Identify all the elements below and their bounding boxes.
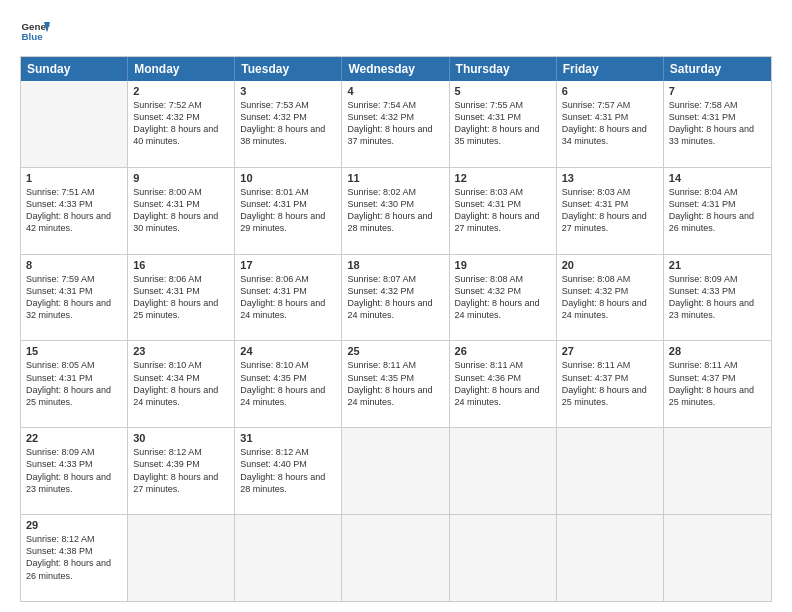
day-number: 29 bbox=[26, 519, 122, 531]
day-info: Sunrise: 8:12 AMSunset: 4:40 PMDaylight:… bbox=[240, 446, 336, 495]
day-number: 16 bbox=[133, 259, 229, 271]
day-number: 17 bbox=[240, 259, 336, 271]
day-cell: 20Sunrise: 8:08 AMSunset: 4:32 PMDayligh… bbox=[557, 255, 664, 341]
day-info: Sunrise: 8:09 AMSunset: 4:33 PMDaylight:… bbox=[26, 446, 122, 495]
day-number: 15 bbox=[26, 345, 122, 357]
day-cell: 24Sunrise: 8:10 AMSunset: 4:35 PMDayligh… bbox=[235, 341, 342, 427]
day-cell bbox=[664, 515, 771, 601]
day-number: 27 bbox=[562, 345, 658, 357]
day-number: 13 bbox=[562, 172, 658, 184]
day-info: Sunrise: 7:52 AMSunset: 4:32 PMDaylight:… bbox=[133, 99, 229, 148]
day-cell bbox=[450, 515, 557, 601]
day-number: 23 bbox=[133, 345, 229, 357]
day-cell bbox=[450, 428, 557, 514]
day-cell bbox=[235, 515, 342, 601]
day-cell: 22Sunrise: 8:09 AMSunset: 4:33 PMDayligh… bbox=[21, 428, 128, 514]
day-cell: 7Sunrise: 7:58 AMSunset: 4:31 PMDaylight… bbox=[664, 81, 771, 167]
day-cell: 26Sunrise: 8:11 AMSunset: 4:36 PMDayligh… bbox=[450, 341, 557, 427]
day-cell: 8Sunrise: 7:59 AMSunset: 4:31 PMDaylight… bbox=[21, 255, 128, 341]
day-header: Saturday bbox=[664, 57, 771, 81]
day-number: 6 bbox=[562, 85, 658, 97]
day-cell: 28Sunrise: 8:11 AMSunset: 4:37 PMDayligh… bbox=[664, 341, 771, 427]
day-info: Sunrise: 8:06 AMSunset: 4:31 PMDaylight:… bbox=[133, 273, 229, 322]
day-number: 9 bbox=[133, 172, 229, 184]
day-number: 14 bbox=[669, 172, 766, 184]
day-cell bbox=[21, 81, 128, 167]
day-cell: 13Sunrise: 8:03 AMSunset: 4:31 PMDayligh… bbox=[557, 168, 664, 254]
day-number: 5 bbox=[455, 85, 551, 97]
day-number: 1 bbox=[26, 172, 122, 184]
day-cell: 10Sunrise: 8:01 AMSunset: 4:31 PMDayligh… bbox=[235, 168, 342, 254]
day-info: Sunrise: 8:11 AMSunset: 4:36 PMDaylight:… bbox=[455, 359, 551, 408]
day-cell: 30Sunrise: 8:12 AMSunset: 4:39 PMDayligh… bbox=[128, 428, 235, 514]
day-cell: 18Sunrise: 8:07 AMSunset: 4:32 PMDayligh… bbox=[342, 255, 449, 341]
day-number: 4 bbox=[347, 85, 443, 97]
day-info: Sunrise: 8:05 AMSunset: 4:31 PMDaylight:… bbox=[26, 359, 122, 408]
day-cell bbox=[342, 428, 449, 514]
day-number: 8 bbox=[26, 259, 122, 271]
day-cell: 27Sunrise: 8:11 AMSunset: 4:37 PMDayligh… bbox=[557, 341, 664, 427]
day-number: 3 bbox=[240, 85, 336, 97]
day-cell: 31Sunrise: 8:12 AMSunset: 4:40 PMDayligh… bbox=[235, 428, 342, 514]
day-cell bbox=[664, 428, 771, 514]
day-info: Sunrise: 8:04 AMSunset: 4:31 PMDaylight:… bbox=[669, 186, 766, 235]
day-number: 19 bbox=[455, 259, 551, 271]
day-headers: SundayMondayTuesdayWednesdayThursdayFrid… bbox=[21, 57, 771, 81]
day-info: Sunrise: 8:10 AMSunset: 4:34 PMDaylight:… bbox=[133, 359, 229, 408]
day-cell: 3Sunrise: 7:53 AMSunset: 4:32 PMDaylight… bbox=[235, 81, 342, 167]
day-header: Monday bbox=[128, 57, 235, 81]
day-info: Sunrise: 8:02 AMSunset: 4:30 PMDaylight:… bbox=[347, 186, 443, 235]
day-number: 10 bbox=[240, 172, 336, 184]
day-info: Sunrise: 8:08 AMSunset: 4:32 PMDaylight:… bbox=[455, 273, 551, 322]
logo: General Blue bbox=[20, 16, 50, 46]
day-info: Sunrise: 8:12 AMSunset: 4:39 PMDaylight:… bbox=[133, 446, 229, 495]
day-cell bbox=[557, 515, 664, 601]
day-info: Sunrise: 8:11 AMSunset: 4:37 PMDaylight:… bbox=[562, 359, 658, 408]
day-info: Sunrise: 7:54 AMSunset: 4:32 PMDaylight:… bbox=[347, 99, 443, 148]
day-info: Sunrise: 7:55 AMSunset: 4:31 PMDaylight:… bbox=[455, 99, 551, 148]
day-number: 31 bbox=[240, 432, 336, 444]
day-header: Thursday bbox=[450, 57, 557, 81]
day-info: Sunrise: 7:53 AMSunset: 4:32 PMDaylight:… bbox=[240, 99, 336, 148]
day-info: Sunrise: 7:51 AMSunset: 4:33 PMDaylight:… bbox=[26, 186, 122, 235]
day-cell: 2Sunrise: 7:52 AMSunset: 4:32 PMDaylight… bbox=[128, 81, 235, 167]
day-cell: 11Sunrise: 8:02 AMSunset: 4:30 PMDayligh… bbox=[342, 168, 449, 254]
day-number: 24 bbox=[240, 345, 336, 357]
day-header: Friday bbox=[557, 57, 664, 81]
day-cell: 23Sunrise: 8:10 AMSunset: 4:34 PMDayligh… bbox=[128, 341, 235, 427]
day-number: 2 bbox=[133, 85, 229, 97]
day-cell: 14Sunrise: 8:04 AMSunset: 4:31 PMDayligh… bbox=[664, 168, 771, 254]
day-info: Sunrise: 8:12 AMSunset: 4:38 PMDaylight:… bbox=[26, 533, 122, 582]
day-info: Sunrise: 8:06 AMSunset: 4:31 PMDaylight:… bbox=[240, 273, 336, 322]
day-cell: 4Sunrise: 7:54 AMSunset: 4:32 PMDaylight… bbox=[342, 81, 449, 167]
day-cell: 1Sunrise: 7:51 AMSunset: 4:33 PMDaylight… bbox=[21, 168, 128, 254]
day-cell: 15Sunrise: 8:05 AMSunset: 4:31 PMDayligh… bbox=[21, 341, 128, 427]
day-info: Sunrise: 8:11 AMSunset: 4:37 PMDaylight:… bbox=[669, 359, 766, 408]
week-row: 2Sunrise: 7:52 AMSunset: 4:32 PMDaylight… bbox=[21, 81, 771, 167]
calendar: SundayMondayTuesdayWednesdayThursdayFrid… bbox=[20, 56, 772, 602]
day-cell: 12Sunrise: 8:03 AMSunset: 4:31 PMDayligh… bbox=[450, 168, 557, 254]
week-row: 22Sunrise: 8:09 AMSunset: 4:33 PMDayligh… bbox=[21, 427, 771, 514]
day-info: Sunrise: 8:03 AMSunset: 4:31 PMDaylight:… bbox=[455, 186, 551, 235]
day-number: 21 bbox=[669, 259, 766, 271]
day-cell bbox=[342, 515, 449, 601]
logo-icon: General Blue bbox=[20, 16, 50, 46]
day-info: Sunrise: 7:59 AMSunset: 4:31 PMDaylight:… bbox=[26, 273, 122, 322]
day-cell: 21Sunrise: 8:09 AMSunset: 4:33 PMDayligh… bbox=[664, 255, 771, 341]
week-row: 8Sunrise: 7:59 AMSunset: 4:31 PMDaylight… bbox=[21, 254, 771, 341]
day-header: Tuesday bbox=[235, 57, 342, 81]
week-row: 29Sunrise: 8:12 AMSunset: 4:38 PMDayligh… bbox=[21, 514, 771, 601]
day-cell: 29Sunrise: 8:12 AMSunset: 4:38 PMDayligh… bbox=[21, 515, 128, 601]
day-cell bbox=[128, 515, 235, 601]
day-info: Sunrise: 7:58 AMSunset: 4:31 PMDaylight:… bbox=[669, 99, 766, 148]
day-info: Sunrise: 7:57 AMSunset: 4:31 PMDaylight:… bbox=[562, 99, 658, 148]
calendar-body: 2Sunrise: 7:52 AMSunset: 4:32 PMDaylight… bbox=[21, 81, 771, 601]
day-number: 18 bbox=[347, 259, 443, 271]
day-number: 11 bbox=[347, 172, 443, 184]
day-info: Sunrise: 8:08 AMSunset: 4:32 PMDaylight:… bbox=[562, 273, 658, 322]
day-number: 20 bbox=[562, 259, 658, 271]
day-cell: 19Sunrise: 8:08 AMSunset: 4:32 PMDayligh… bbox=[450, 255, 557, 341]
day-info: Sunrise: 8:09 AMSunset: 4:33 PMDaylight:… bbox=[669, 273, 766, 322]
day-number: 22 bbox=[26, 432, 122, 444]
day-number: 26 bbox=[455, 345, 551, 357]
